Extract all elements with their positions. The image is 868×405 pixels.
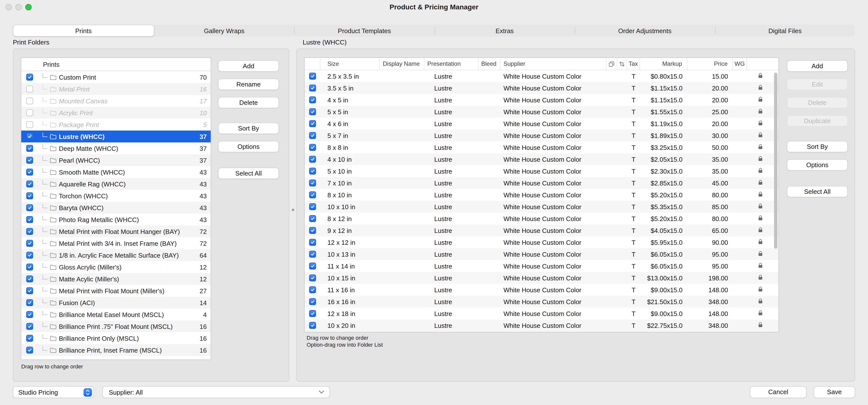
folder-row[interactable]: Torchon (WHCC) 43 — [21, 190, 211, 202]
col-markup[interactable]: Markup — [640, 58, 687, 70]
product-row[interactable]: 5 x 7 in Lustre White House Custom Color… — [305, 130, 778, 142]
select-all-button[interactable]: Select All — [218, 168, 279, 179]
scrollbar-thumb[interactable] — [774, 73, 777, 249]
supplier-filter-select[interactable]: Supplier: All — [102, 386, 330, 398]
folder-row[interactable]: Metal Print with Float Mount Hanger (BAY… — [21, 225, 211, 237]
col-supplier[interactable]: Supplier — [500, 58, 607, 70]
col-tax[interactable]: Tax — [627, 58, 640, 70]
save-button[interactable]: Save — [814, 386, 855, 398]
tab-extras[interactable]: Extras — [434, 25, 575, 37]
product-row[interactable]: 4 x 10 in Lustre White House Custom Colo… — [305, 153, 778, 165]
folder-checkbox[interactable] — [26, 192, 33, 199]
product-row[interactable]: 7 x 10 in Lustre White House Custom Colo… — [305, 177, 778, 189]
row-checkbox[interactable] — [309, 73, 316, 80]
product-row[interactable]: 4 x 6 in Lustre White House Custom Color… — [305, 118, 778, 130]
col-size[interactable]: Size — [320, 58, 380, 70]
row-checkbox[interactable] — [309, 239, 316, 246]
product-row[interactable]: 11 x 14 in Lustre White House Custom Col… — [305, 260, 778, 272]
folder-checkbox[interactable] — [26, 287, 33, 294]
folder-checkbox[interactable] — [26, 299, 33, 306]
row-checkbox[interactable] — [309, 322, 316, 329]
folder-row[interactable]: Brilliance Print Only (MSCL) 16 — [21, 332, 211, 344]
folder-row[interactable]: Brilliance Metal Easel Mount (MSCL) 4 — [21, 309, 211, 320]
row-checkbox[interactable] — [309, 286, 316, 293]
options-button[interactable]: Options — [218, 141, 279, 152]
row-checkbox[interactable] — [309, 227, 316, 234]
folder-row[interactable]: Smooth Matte (WHCC) 43 — [21, 166, 211, 178]
row-checkbox[interactable] — [309, 298, 316, 305]
row-checkbox[interactable] — [309, 251, 316, 258]
product-select-all-button[interactable]: Select All — [787, 186, 848, 197]
cancel-button[interactable]: Cancel — [750, 386, 807, 398]
folder-row[interactable]: Lustre (WHCC) 37 — [21, 130, 211, 143]
row-checkbox[interactable] — [309, 310, 316, 317]
row-checkbox[interactable] — [309, 168, 316, 175]
folder-row[interactable]: Custom Print 70 — [21, 71, 211, 83]
folder-row[interactable]: Brilliance Print .75" Float Mount (MSCL)… — [21, 320, 211, 332]
add-button[interactable]: Add — [218, 60, 279, 72]
row-checkbox[interactable] — [309, 191, 316, 198]
folder-row[interactable]: 1/8 in. Acrylic Face Metallic Surface (B… — [21, 249, 211, 261]
product-row[interactable]: 8 x 8 in Lustre White House Custom Color… — [305, 142, 778, 153]
product-row[interactable]: 3.5 x 5 in Lustre White House Custom Col… — [305, 82, 778, 94]
folder-row[interactable]: Metal Print with Float Mount (Miller's) … — [21, 285, 211, 297]
tab-digital-files[interactable]: Digital Files — [715, 25, 855, 37]
pages-icon[interactable] — [607, 58, 617, 70]
folder-checkbox[interactable] — [26, 263, 33, 271]
folder-row[interactable]: Metal Print with 3/4 in. Inset Frame (BA… — [21, 237, 211, 249]
product-row[interactable]: 5 x 10 in Lustre White House Custom Colo… — [305, 165, 778, 177]
row-checkbox[interactable] — [309, 85, 316, 92]
folder-row[interactable]: Pearl (WHCC) 37 — [21, 154, 211, 166]
product-row[interactable]: 11 x 16 in Lustre White House Custom Col… — [305, 284, 778, 296]
folder-row[interactable]: Photo Rag Metallic (WHCC) 43 — [21, 214, 211, 225]
folder-checkbox[interactable] — [26, 145, 33, 152]
folder-checkbox[interactable] — [26, 335, 33, 342]
product-sort-by-button[interactable]: Sort By — [787, 141, 848, 152]
product-row[interactable]: 10 x 10 in Lustre White House Custom Col… — [305, 201, 778, 213]
product-row[interactable]: 5 x 5 in Lustre White House Custom Color… — [305, 106, 778, 118]
row-checkbox[interactable] — [309, 156, 316, 163]
col-bleed[interactable]: Bleed — [479, 58, 500, 70]
folder-row[interactable]: Aquarelle Rag (WHCC) 43 — [21, 178, 211, 190]
delete-button[interactable]: Delete — [218, 97, 279, 108]
folder-checkbox[interactable] — [26, 74, 33, 81]
product-row[interactable]: 9 x 12 in Lustre White House Custom Colo… — [305, 224, 778, 237]
folder-checkbox[interactable] — [26, 228, 33, 235]
product-row[interactable]: 2.5 x 3.5 in Lustre White House Custom C… — [305, 70, 778, 82]
row-checkbox[interactable] — [309, 132, 316, 139]
folder-checkbox[interactable] — [26, 109, 33, 116]
folder-checkbox[interactable] — [26, 86, 33, 92]
folder-row[interactable]: Gloss Acrylic (Miller's) 12 — [21, 261, 211, 273]
row-checkbox[interactable] — [309, 108, 316, 115]
row-checkbox[interactable] — [309, 262, 316, 270]
folder-row[interactable]: Baryta (WHCC) 43 — [21, 202, 211, 214]
folder-checkbox[interactable] — [26, 347, 33, 353]
pane-splitter-dot[interactable] — [292, 209, 294, 211]
pricing-menu-select[interactable]: Studio Pricing — [13, 386, 94, 398]
crop-icon[interactable] — [617, 58, 627, 70]
folder-row[interactable]: Acrylic Print 10 — [21, 107, 211, 119]
product-row[interactable]: 10 x 20 in Lustre White House Custom Col… — [305, 319, 778, 331]
product-row[interactable]: 12 x 12 in Lustre White House Custom Col… — [305, 237, 778, 248]
col-wg[interactable]: WG — [733, 58, 747, 70]
folder-checkbox[interactable] — [26, 97, 33, 104]
product-row[interactable]: 4 x 5 in Lustre White House Custom Color… — [305, 94, 778, 106]
folder-checkbox[interactable] — [26, 168, 33, 176]
folder-checkbox[interactable] — [26, 204, 33, 211]
row-checkbox[interactable] — [309, 180, 316, 186]
rename-button[interactable]: Rename — [218, 79, 279, 90]
col-presentation[interactable]: Presentation — [424, 58, 479, 70]
product-add-button[interactable]: Add — [787, 60, 848, 72]
product-options-button[interactable]: Options — [787, 159, 848, 170]
table-scrollbar[interactable] — [774, 71, 778, 331]
product-row[interactable]: 8 x 10 in Lustre White House Custom Colo… — [305, 189, 778, 201]
folder-checkbox[interactable] — [26, 157, 33, 164]
product-row[interactable]: 8 x 12 in Lustre White House Custom Colo… — [305, 213, 778, 224]
folder-row[interactable]: Fusion (ACI) 14 — [21, 297, 211, 309]
folder-checkbox[interactable] — [26, 216, 33, 223]
folder-checkbox[interactable] — [26, 275, 33, 282]
folder-checkbox[interactable] — [26, 133, 33, 140]
product-row[interactable]: 10 x 13 in Lustre White House Custom Col… — [305, 248, 778, 260]
folder-row[interactable]: Deep Matte (WHCC) 37 — [21, 143, 211, 154]
tab-product-templates[interactable]: Product Templates — [294, 25, 434, 37]
